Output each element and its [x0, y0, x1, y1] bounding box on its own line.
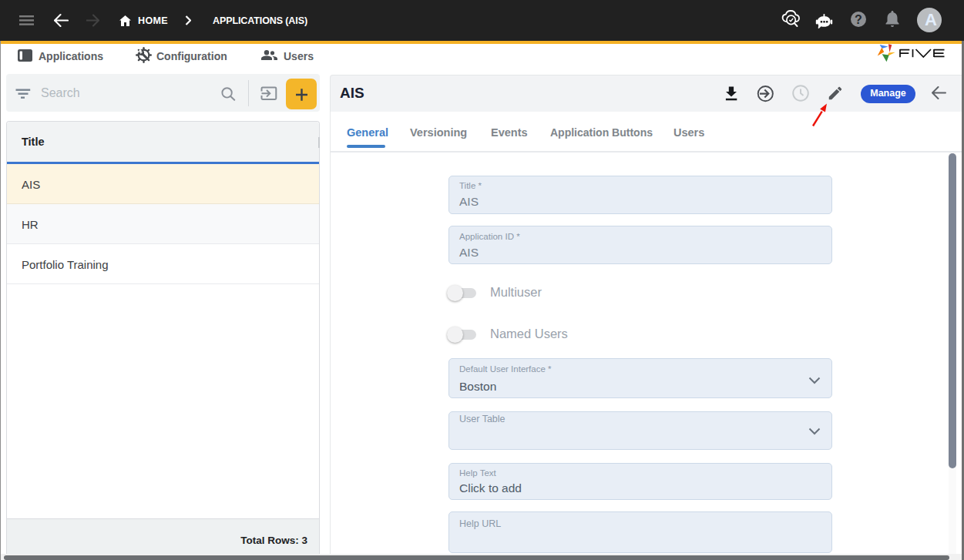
svg-text:?: ? [855, 13, 862, 26]
